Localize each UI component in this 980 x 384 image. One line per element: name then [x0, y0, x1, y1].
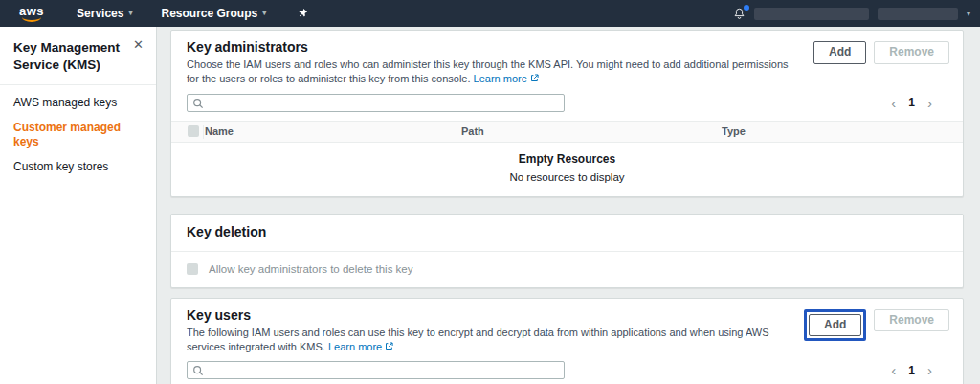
close-icon[interactable]: ✕ [133, 38, 144, 51]
admins-col-path: Path [460, 125, 721, 137]
users-pagination: ‹ 1 › [891, 363, 949, 377]
nav-resource-groups-label: Resource Groups [161, 7, 257, 20]
sidebar-item-aws-managed-keys[interactable]: AWS managed keys [13, 96, 143, 109]
prev-page-icon[interactable]: ‹ [891, 363, 896, 377]
chevron-down-icon: ▾ [262, 10, 266, 17]
users-search-box [187, 361, 565, 379]
key-deletion-card: Key deletion Allow key administrators to… [170, 214, 964, 288]
notifications-bell-icon[interactable] [733, 7, 746, 20]
aws-logo-text: aws [19, 6, 44, 16]
empty-resources-title: Empty Resources [171, 152, 963, 166]
top-navigation-bar: aws Services ▾ Resource Groups ▾ ▾ [0, 0, 980, 27]
sidebar-header: Key Management Service (KMS) ✕ [0, 27, 156, 73]
chevron-down-icon[interactable]: ▾ [967, 10, 970, 18]
notification-badge [744, 5, 749, 11]
key-administrators-title: Key administrators [187, 39, 800, 55]
chevron-down-icon: ▾ [128, 10, 132, 17]
sidebar-nav: AWS managed keys Customer managed keys C… [0, 96, 156, 174]
prev-page-icon[interactable]: ‹ [891, 96, 896, 110]
users-search-input[interactable] [209, 362, 561, 378]
redacted-account-name [754, 8, 869, 20]
nav-services-label: Services [77, 7, 123, 20]
users-page-number[interactable]: 1 [908, 364, 915, 377]
external-link-icon [530, 74, 539, 82]
annotation-highlight-add-button: Add [804, 309, 866, 342]
header-divider [203, 125, 204, 139]
users-add-button[interactable]: Add [809, 314, 861, 337]
empty-resources-subtitle: No resources to display [171, 171, 963, 183]
admins-remove-button[interactable]: Remove [874, 41, 949, 64]
nav-services-menu[interactable]: Services ▾ [77, 7, 132, 20]
next-page-icon[interactable]: › [927, 363, 932, 377]
main-content: Key administrators Choose the IAM users … [170, 30, 964, 384]
allow-deletion-label: Allow key administrators to delete this … [209, 263, 412, 275]
kms-sidebar: Key Management Service (KMS) ✕ AWS manag… [0, 27, 157, 384]
admins-empty-state: Empty Resources No resources to display [171, 143, 963, 196]
pin-icon[interactable] [297, 8, 308, 19]
nav-resource-groups-menu[interactable]: Resource Groups ▾ [161, 7, 266, 20]
admins-search-input[interactable] [209, 95, 561, 111]
allow-deletion-checkbox[interactable] [187, 263, 198, 275]
admins-table-header: Name Path Type [171, 121, 963, 143]
key-deletion-title: Key deletion [187, 224, 947, 239]
aws-logo[interactable]: aws [19, 6, 44, 22]
sidebar-title: Key Management Service (KMS) [13, 39, 121, 73]
admins-pagination: ‹ 1 › [891, 96, 949, 110]
search-icon [192, 98, 204, 109]
external-link-icon [385, 342, 393, 350]
aws-logo-smile [22, 16, 41, 22]
admins-add-button[interactable]: Add [813, 41, 866, 64]
next-page-icon[interactable]: › [927, 96, 932, 110]
admins-page-number[interactable]: 1 [908, 96, 915, 109]
sidebar-item-customer-managed-keys[interactable]: Customer managed keys [13, 121, 143, 148]
key-administrators-description: Choose the IAM users and roles who can a… [187, 57, 800, 86]
key-users-description: The following IAM users and roles can us… [187, 326, 791, 354]
learn-more-link[interactable]: Learn more [328, 341, 393, 352]
admins-col-name: Name [204, 125, 460, 137]
admins-search-box [187, 94, 565, 112]
key-users-title: Key users [187, 307, 791, 323]
sidebar-divider [0, 84, 156, 85]
redacted-region-name [878, 8, 958, 20]
nav-right-group: ▾ [733, 7, 980, 20]
admins-select-all-checkbox[interactable] [188, 125, 199, 137]
admins-col-type: Type [721, 125, 963, 137]
sidebar-item-custom-key-stores[interactable]: Custom key stores [13, 160, 143, 173]
key-administrators-card: Key administrators Choose the IAM users … [170, 30, 964, 197]
key-users-card: Key users The following IAM users and ro… [170, 298, 964, 384]
users-remove-button[interactable]: Remove [874, 309, 949, 332]
learn-more-link[interactable]: Learn more [474, 73, 539, 84]
search-icon [192, 365, 204, 376]
